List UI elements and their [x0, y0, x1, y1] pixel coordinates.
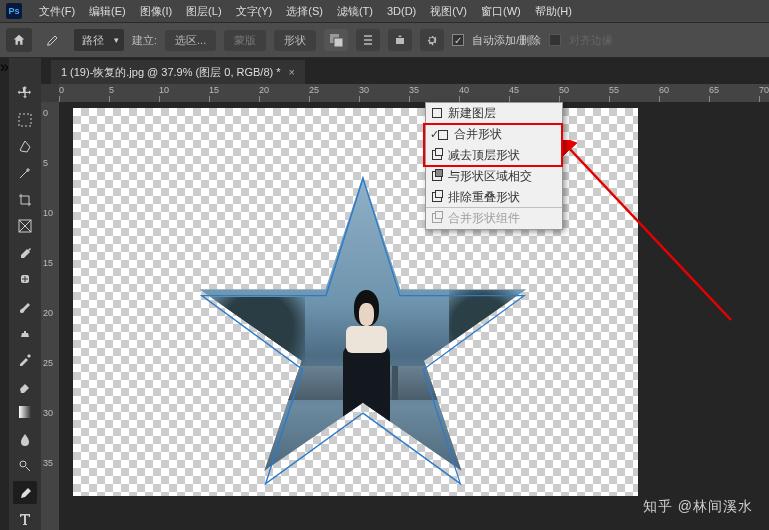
close-tab-icon[interactable]: × — [289, 66, 295, 78]
path-alignment-button[interactable] — [356, 29, 380, 51]
dropdown-merge-components: 合并形状组件 — [426, 208, 562, 229]
move-tool[interactable] — [13, 82, 37, 105]
dropdown-new-layer[interactable]: 新建图层 — [426, 103, 562, 124]
document-tab[interactable]: 1 (19)-恢复的.jpg @ 37.9% (图层 0, RGB/8) * × — [51, 60, 305, 84]
align-edges-label: 对齐边缘 — [569, 33, 613, 48]
document-tabbar: 1 (19)-恢复的.jpg @ 37.9% (图层 0, RGB/8) * × — [41, 58, 769, 84]
ruler-vertical: 05101520253035 — [41, 102, 59, 530]
lasso-tool[interactable] — [13, 135, 37, 158]
dropdown-intersect[interactable]: 与形状区域相交 — [426, 166, 562, 187]
svg-rect-13 — [19, 406, 31, 418]
menubar: Ps 文件(F) 编辑(E) 图像(I) 图层(L) 文字(Y) 选择(S) 滤… — [0, 0, 769, 22]
path-mode-select[interactable]: 路径 — [74, 29, 124, 51]
marquee-tool[interactable] — [13, 109, 37, 132]
gradient-tool[interactable] — [13, 401, 37, 424]
mask-button[interactable]: 蒙版 — [224, 30, 266, 51]
svg-rect-1 — [334, 38, 343, 47]
ruler-corner — [41, 84, 59, 102]
type-tool[interactable] — [13, 508, 37, 531]
options-bar: 路径 建立: 选区... 蒙版 形状 自动添加/删除 对齐边缘 — [0, 22, 769, 58]
menu-window[interactable]: 窗口(W) — [474, 4, 528, 19]
home-button[interactable] — [6, 28, 32, 52]
toolbar — [9, 58, 41, 530]
menu-file[interactable]: 文件(F) — [32, 4, 82, 19]
document-tab-title: 1 (19)-恢复的.jpg @ 37.9% (图层 0, RGB/8) * — [61, 65, 281, 80]
ps-logo-icon: Ps — [6, 3, 22, 19]
crop-tool[interactable] — [13, 188, 37, 211]
pen-tool[interactable] — [13, 481, 37, 504]
gear-settings-button[interactable] — [420, 29, 444, 51]
align-edges-checkbox[interactable] — [549, 34, 561, 46]
svg-rect-5 — [396, 38, 404, 44]
brush-tool[interactable] — [13, 295, 37, 318]
toolbar-expand-icon[interactable]: » — [0, 58, 9, 530]
menu-select[interactable]: 选择(S) — [279, 4, 330, 19]
auto-add-delete-checkbox[interactable] — [452, 34, 464, 46]
svg-rect-6 — [19, 114, 31, 126]
path-operations-button[interactable] — [324, 29, 348, 51]
tool-indicator-pen-icon — [40, 28, 66, 52]
watermark-text: 知乎 @林间溪水 — [643, 498, 753, 516]
dropdown-combine-shapes[interactable]: ✓ 合并形状 — [426, 124, 562, 145]
workspace: 1 (19)-恢复的.jpg @ 37.9% (图层 0, RGB/8) * ×… — [41, 58, 769, 530]
menu-3d[interactable]: 3D(D) — [380, 5, 423, 17]
menu-view[interactable]: 视图(V) — [423, 4, 474, 19]
blur-tool[interactable] — [13, 428, 37, 451]
path-operations-dropdown: 新建图层 ✓ 合并形状 减去顶层形状 与形状区域相交 排除重叠形状 — [425, 102, 563, 230]
shape-button[interactable]: 形状 — [274, 30, 316, 51]
path-mode-label: 路径 — [82, 33, 104, 48]
menu-type[interactable]: 文字(Y) — [229, 4, 280, 19]
build-label: 建立: — [132, 33, 157, 48]
frame-tool[interactable] — [13, 215, 37, 238]
menu-help[interactable]: 帮助(H) — [528, 4, 579, 19]
path-arrangement-button[interactable] — [388, 29, 412, 51]
canvas-area[interactable]: 新建图层 ✓ 合并形状 减去顶层形状 与形状区域相交 排除重叠形状 — [59, 102, 769, 530]
magic-wand-tool[interactable] — [13, 162, 37, 185]
dropdown-exclude-overlap[interactable]: 排除重叠形状 — [426, 187, 562, 208]
auto-add-delete-label: 自动添加/删除 — [472, 33, 541, 48]
dropdown-subtract-front[interactable]: 减去顶层形状 — [426, 145, 562, 166]
eyedropper-tool[interactable] — [13, 242, 37, 265]
menu-layer[interactable]: 图层(L) — [179, 4, 228, 19]
dodge-tool[interactable] — [13, 454, 37, 477]
healing-brush-tool[interactable] — [13, 268, 37, 291]
menu-filter[interactable]: 滤镜(T) — [330, 4, 380, 19]
ruler-horizontal: 0510152025303540455055606570 — [41, 84, 769, 102]
menu-image[interactable]: 图像(I) — [133, 4, 179, 19]
history-brush-tool[interactable] — [13, 348, 37, 371]
clone-stamp-tool[interactable] — [13, 321, 37, 344]
selection-button[interactable]: 选区... — [165, 30, 216, 51]
svg-point-14 — [20, 461, 26, 467]
eraser-tool[interactable] — [13, 375, 37, 398]
menu-edit[interactable]: 编辑(E) — [82, 4, 133, 19]
